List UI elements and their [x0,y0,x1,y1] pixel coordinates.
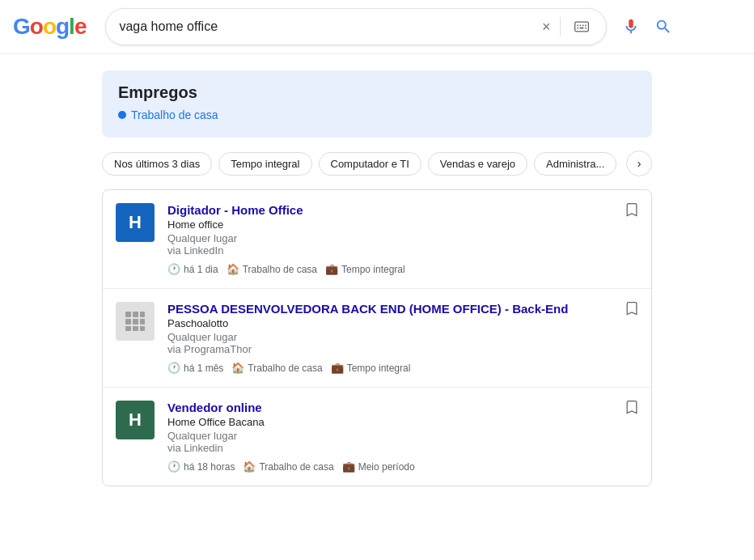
job-time-1: 🕐 há 1 dia [167,263,218,275]
briefcase-icon: 💼 [331,362,344,374]
job-logo-3: H [116,401,155,439]
home-icon: 🏠 [243,460,256,473]
job-save-1[interactable] [624,202,640,222]
svg-rect-1 [578,25,579,27]
filter-arrow-button[interactable]: › [626,151,652,176]
clock-icon: 🕐 [167,460,180,473]
search-input[interactable] [119,19,535,34]
search-bar: × [105,8,607,45]
job-via-1: via LinkedIn [167,244,638,257]
svg-rect-10 [140,312,145,317]
job-via-3: via Linkedin [167,442,638,454]
mic-icon[interactable] [620,15,642,38]
chip-fulltime[interactable]: Tempo integral [218,152,311,176]
google-logo: Google [13,14,86,40]
job-title-1[interactable]: Digitador - Home Office [167,203,638,217]
briefcase-icon: 💼 [342,460,355,473]
svg-rect-8 [125,312,131,317]
svg-rect-13 [140,319,145,325]
job-time-2: 🕐 há 1 mês [167,362,223,374]
job-info-2: PESSOA DESENVOLVEDORA BACK END (HOME OFF… [167,302,638,374]
svg-rect-16 [140,326,145,331]
svg-rect-2 [580,25,582,27]
job-logo-1: H [116,203,155,242]
home-icon: 🏠 [231,362,244,374]
header: Google × [0,0,754,54]
job-meta-2: 🕐 há 1 mês 🏠 Trabalho de casa 💼 Tempo in… [167,362,638,374]
svg-rect-15 [133,326,138,331]
job-location-3: Qualquer lugar [167,430,638,442]
blue-dot-icon [118,111,126,119]
svg-rect-5 [578,28,579,29]
job-via-2: via ProgramaThor [167,343,638,355]
chip-last3days[interactable]: Nos últimos 3 dias [102,152,212,176]
job-item: PESSOA DESENVOLVEDORA BACK END (HOME OFF… [103,289,651,388]
svg-rect-14 [125,326,131,331]
search-button-icon[interactable] [652,15,675,38]
svg-rect-0 [575,22,589,32]
job-info-1: Digitador - Home Office Home office Qual… [167,203,638,275]
keyboard-icon[interactable] [570,15,593,38]
clear-icon[interactable]: × [542,19,551,36]
job-contract-2: 💼 Tempo integral [331,362,411,374]
job-item: H Vendedor online Home Office Bacana Qua… [103,388,651,486]
home-icon: 🏠 [227,263,239,275]
search-divider [560,17,561,36]
job-worktype-1: 🏠 Trabalho de casa [227,263,317,275]
job-meta-3: 🕐 há 18 horas 🏠 Trabalho de casa 💼 Meio … [167,460,638,473]
job-contract-1: 💼 Tempo integral [325,263,405,275]
job-worktype-3: 🏠 Trabalho de casa [243,460,333,473]
chip-admin[interactable]: Administra... [534,152,616,176]
jobs-card: Empregos Trabalho de casa [102,70,652,138]
job-logo-2 [116,302,155,341]
jobs-title: Empregos [118,83,636,102]
jobs-subtitle-text: Trabalho de casa [131,108,218,121]
header-icons [620,15,675,38]
job-title-3[interactable]: Vendedor online [167,401,638,414]
job-title-2[interactable]: PESSOA DESENVOLVEDORA BACK END (HOME OFF… [167,302,638,316]
job-location-1: Qualquer lugar [167,232,638,244]
clock-icon: 🕐 [167,263,180,275]
svg-rect-3 [582,25,584,27]
chip-computers[interactable]: Computador e TI [319,152,421,176]
job-item: H Digitador - Home Office Home office Qu… [103,190,651,289]
filter-chips: Nos últimos 3 dias Tempo integral Comput… [102,151,652,176]
svg-rect-11 [125,319,131,325]
briefcase-icon: 💼 [325,263,338,275]
jobs-subtitle: Trabalho de casa [118,108,636,121]
job-time-3: 🕐 há 18 horas [167,460,235,473]
job-save-2[interactable] [624,300,640,320]
main-content: Empregos Trabalho de casa Nos últimos 3 … [0,54,754,503]
chip-retail[interactable]: Vendas e varejo [428,152,527,176]
job-contract-3: 💼 Meio período [342,460,415,473]
job-company-2: Paschoalotto [167,317,638,329]
content-panel: Empregos Trabalho de casa Nos últimos 3 … [102,70,652,486]
clock-icon: 🕐 [167,362,180,374]
job-company-3: Home Office Bacana [167,416,638,428]
job-meta-1: 🕐 há 1 dia 🏠 Trabalho de casa 💼 Tempo in… [167,263,638,275]
svg-rect-9 [133,312,138,317]
svg-rect-7 [586,28,587,29]
job-location-2: Qualquer lugar [167,331,638,343]
job-company-1: Home office [167,218,638,231]
svg-rect-6 [580,28,584,29]
svg-rect-4 [586,25,587,27]
job-worktype-2: 🏠 Trabalho de casa [231,362,322,374]
job-list: H Digitador - Home Office Home office Qu… [102,189,652,486]
svg-rect-12 [133,319,138,325]
job-save-3[interactable] [624,399,640,419]
job-info-3: Vendedor online Home Office Bacana Qualq… [167,401,638,473]
